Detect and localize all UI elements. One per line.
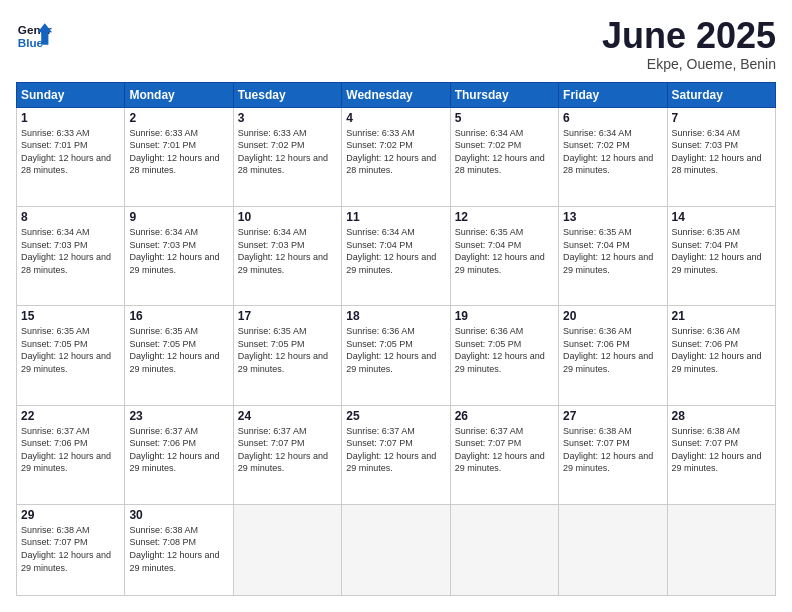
day-number: 16 [129, 309, 228, 323]
day-cell-26: 26 Sunrise: 6:37 AM Sunset: 7:07 PM Dayl… [450, 405, 558, 504]
header-tuesday: Tuesday [233, 82, 341, 107]
day-number: 13 [563, 210, 662, 224]
day-info: Sunrise: 6:34 AM Sunset: 7:03 PM Dayligh… [672, 127, 771, 177]
day-info: Sunrise: 6:38 AM Sunset: 7:07 PM Dayligh… [672, 425, 771, 475]
day-cell-10: 10 Sunrise: 6:34 AM Sunset: 7:03 PM Dayl… [233, 206, 341, 305]
day-info: Sunrise: 6:37 AM Sunset: 7:06 PM Dayligh… [21, 425, 120, 475]
header-thursday: Thursday [450, 82, 558, 107]
day-cell-21: 21 Sunrise: 6:36 AM Sunset: 7:06 PM Dayl… [667, 306, 775, 405]
header-monday: Monday [125, 82, 233, 107]
day-cell-22: 22 Sunrise: 6:37 AM Sunset: 7:06 PM Dayl… [17, 405, 125, 504]
day-number: 4 [346, 111, 445, 125]
day-info: Sunrise: 6:34 AM Sunset: 7:03 PM Dayligh… [238, 226, 337, 276]
day-number: 30 [129, 508, 228, 522]
day-info: Sunrise: 6:38 AM Sunset: 7:08 PM Dayligh… [129, 524, 228, 574]
svg-text:Blue: Blue [18, 36, 44, 49]
day-info: Sunrise: 6:36 AM Sunset: 7:05 PM Dayligh… [346, 325, 445, 375]
day-number: 23 [129, 409, 228, 423]
day-number: 2 [129, 111, 228, 125]
day-cell-11: 11 Sunrise: 6:34 AM Sunset: 7:04 PM Dayl… [342, 206, 450, 305]
day-info: Sunrise: 6:36 AM Sunset: 7:06 PM Dayligh… [563, 325, 662, 375]
logo-icon: General Blue [16, 16, 52, 52]
empty-cell [233, 504, 341, 595]
day-number: 1 [21, 111, 120, 125]
day-cell-25: 25 Sunrise: 6:37 AM Sunset: 7:07 PM Dayl… [342, 405, 450, 504]
day-cell-12: 12 Sunrise: 6:35 AM Sunset: 7:04 PM Dayl… [450, 206, 558, 305]
day-info: Sunrise: 6:34 AM Sunset: 7:02 PM Dayligh… [563, 127, 662, 177]
day-info: Sunrise: 6:38 AM Sunset: 7:07 PM Dayligh… [21, 524, 120, 574]
week-row-3: 15 Sunrise: 6:35 AM Sunset: 7:05 PM Dayl… [17, 306, 776, 405]
month-title: June 2025 [602, 16, 776, 56]
day-cell-18: 18 Sunrise: 6:36 AM Sunset: 7:05 PM Dayl… [342, 306, 450, 405]
day-number: 20 [563, 309, 662, 323]
day-number: 7 [672, 111, 771, 125]
day-info: Sunrise: 6:34 AM Sunset: 7:02 PM Dayligh… [455, 127, 554, 177]
day-cell-4: 4 Sunrise: 6:33 AM Sunset: 7:02 PM Dayli… [342, 107, 450, 206]
day-cell-2: 2 Sunrise: 6:33 AM Sunset: 7:01 PM Dayli… [125, 107, 233, 206]
day-number: 15 [21, 309, 120, 323]
empty-cell [559, 504, 667, 595]
day-info: Sunrise: 6:37 AM Sunset: 7:06 PM Dayligh… [129, 425, 228, 475]
days-header-row: Sunday Monday Tuesday Wednesday Thursday… [17, 82, 776, 107]
day-cell-13: 13 Sunrise: 6:35 AM Sunset: 7:04 PM Dayl… [559, 206, 667, 305]
day-cell-24: 24 Sunrise: 6:37 AM Sunset: 7:07 PM Dayl… [233, 405, 341, 504]
day-info: Sunrise: 6:35 AM Sunset: 7:04 PM Dayligh… [672, 226, 771, 276]
day-info: Sunrise: 6:37 AM Sunset: 7:07 PM Dayligh… [455, 425, 554, 475]
day-number: 17 [238, 309, 337, 323]
day-cell-29: 29 Sunrise: 6:38 AM Sunset: 7:07 PM Dayl… [17, 504, 125, 595]
day-cell-19: 19 Sunrise: 6:36 AM Sunset: 7:05 PM Dayl… [450, 306, 558, 405]
header-saturday: Saturday [667, 82, 775, 107]
header-friday: Friday [559, 82, 667, 107]
empty-cell [450, 504, 558, 595]
day-number: 29 [21, 508, 120, 522]
day-cell-27: 27 Sunrise: 6:38 AM Sunset: 7:07 PM Dayl… [559, 405, 667, 504]
day-number: 6 [563, 111, 662, 125]
day-number: 12 [455, 210, 554, 224]
day-info: Sunrise: 6:35 AM Sunset: 7:05 PM Dayligh… [129, 325, 228, 375]
day-number: 3 [238, 111, 337, 125]
empty-cell [667, 504, 775, 595]
day-number: 19 [455, 309, 554, 323]
day-info: Sunrise: 6:34 AM Sunset: 7:03 PM Dayligh… [21, 226, 120, 276]
week-row-4: 22 Sunrise: 6:37 AM Sunset: 7:06 PM Dayl… [17, 405, 776, 504]
day-info: Sunrise: 6:34 AM Sunset: 7:03 PM Dayligh… [129, 226, 228, 276]
day-info: Sunrise: 6:33 AM Sunset: 7:01 PM Dayligh… [129, 127, 228, 177]
day-cell-6: 6 Sunrise: 6:34 AM Sunset: 7:02 PM Dayli… [559, 107, 667, 206]
day-cell-17: 17 Sunrise: 6:35 AM Sunset: 7:05 PM Dayl… [233, 306, 341, 405]
calendar: Sunday Monday Tuesday Wednesday Thursday… [16, 82, 776, 596]
day-number: 5 [455, 111, 554, 125]
day-cell-20: 20 Sunrise: 6:36 AM Sunset: 7:06 PM Dayl… [559, 306, 667, 405]
day-info: Sunrise: 6:35 AM Sunset: 7:04 PM Dayligh… [455, 226, 554, 276]
day-cell-14: 14 Sunrise: 6:35 AM Sunset: 7:04 PM Dayl… [667, 206, 775, 305]
day-cell-16: 16 Sunrise: 6:35 AM Sunset: 7:05 PM Dayl… [125, 306, 233, 405]
day-number: 27 [563, 409, 662, 423]
day-cell-9: 9 Sunrise: 6:34 AM Sunset: 7:03 PM Dayli… [125, 206, 233, 305]
day-info: Sunrise: 6:33 AM Sunset: 7:02 PM Dayligh… [346, 127, 445, 177]
day-number: 18 [346, 309, 445, 323]
header: General Blue June 2025 Ekpe, Oueme, Beni… [16, 16, 776, 72]
day-cell-5: 5 Sunrise: 6:34 AM Sunset: 7:02 PM Dayli… [450, 107, 558, 206]
day-cell-7: 7 Sunrise: 6:34 AM Sunset: 7:03 PM Dayli… [667, 107, 775, 206]
title-section: June 2025 Ekpe, Oueme, Benin [602, 16, 776, 72]
day-cell-23: 23 Sunrise: 6:37 AM Sunset: 7:06 PM Dayl… [125, 405, 233, 504]
day-cell-30: 30 Sunrise: 6:38 AM Sunset: 7:08 PM Dayl… [125, 504, 233, 595]
location: Ekpe, Oueme, Benin [602, 56, 776, 72]
day-number: 14 [672, 210, 771, 224]
day-info: Sunrise: 6:37 AM Sunset: 7:07 PM Dayligh… [238, 425, 337, 475]
header-sunday: Sunday [17, 82, 125, 107]
day-info: Sunrise: 6:35 AM Sunset: 7:04 PM Dayligh… [563, 226, 662, 276]
day-number: 22 [21, 409, 120, 423]
day-info: Sunrise: 6:33 AM Sunset: 7:01 PM Dayligh… [21, 127, 120, 177]
week-row-5: 29 Sunrise: 6:38 AM Sunset: 7:07 PM Dayl… [17, 504, 776, 595]
day-info: Sunrise: 6:34 AM Sunset: 7:04 PM Dayligh… [346, 226, 445, 276]
day-number: 9 [129, 210, 228, 224]
header-wednesday: Wednesday [342, 82, 450, 107]
page: General Blue June 2025 Ekpe, Oueme, Beni… [0, 0, 792, 612]
day-number: 25 [346, 409, 445, 423]
day-info: Sunrise: 6:33 AM Sunset: 7:02 PM Dayligh… [238, 127, 337, 177]
week-row-1: 1 Sunrise: 6:33 AM Sunset: 7:01 PM Dayli… [17, 107, 776, 206]
day-info: Sunrise: 6:36 AM Sunset: 7:05 PM Dayligh… [455, 325, 554, 375]
day-info: Sunrise: 6:37 AM Sunset: 7:07 PM Dayligh… [346, 425, 445, 475]
day-cell-1: 1 Sunrise: 6:33 AM Sunset: 7:01 PM Dayli… [17, 107, 125, 206]
week-row-2: 8 Sunrise: 6:34 AM Sunset: 7:03 PM Dayli… [17, 206, 776, 305]
